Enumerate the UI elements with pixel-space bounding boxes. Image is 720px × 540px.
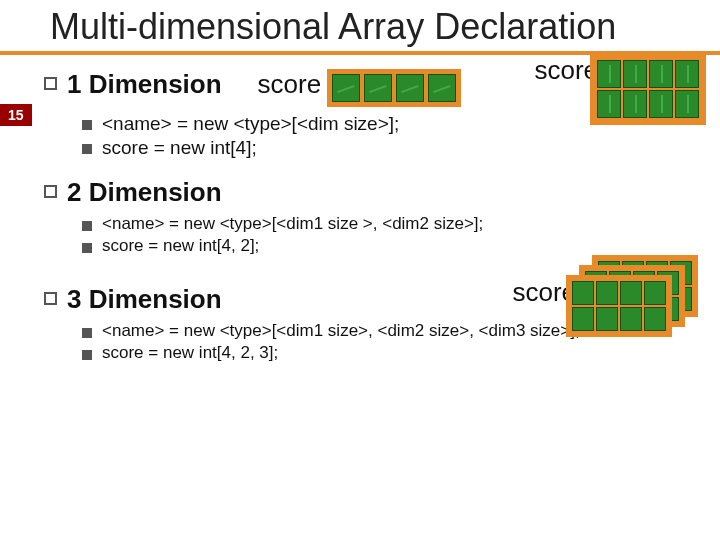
code-line: score = new int[4, 2]; (102, 236, 259, 256)
bullet-icon (82, 243, 92, 253)
slide-title: Multi-dimensional Array Declaration (0, 0, 720, 55)
code-line: <name> = new <type>[<dim size>]; (102, 113, 399, 135)
heading-2d: 2 Dimension (67, 177, 222, 208)
bullet-icon (44, 185, 57, 198)
bullet-icon (82, 221, 92, 231)
bullet-icon (44, 77, 57, 90)
array-1d-diagram (327, 69, 461, 107)
code-line: <name> = new <type>[<dim1 size >, <dim2 … (102, 214, 483, 234)
array-2d-diagram (590, 53, 706, 125)
bullet-icon (82, 120, 92, 130)
code-line: <name> = new <type>[<dim1 size>, <dim2 s… (102, 321, 580, 341)
bullet-icon (82, 144, 92, 154)
score-label-1d: score (258, 69, 322, 100)
section-2d: 2 Dimension (44, 177, 700, 208)
score-label-2d: score (534, 55, 598, 86)
content-area: score 1 Dimension score <name> = new <ty… (0, 55, 720, 363)
bullet-icon (82, 350, 92, 360)
code-line: score = new int[4]; (102, 137, 257, 159)
list-item: score = new int[4]; (82, 137, 700, 159)
heading-3d: 3 Dimension (67, 284, 222, 315)
array-3d-diagram (566, 255, 706, 375)
heading-1d: 1 Dimension (67, 69, 222, 100)
bullet-icon (44, 292, 57, 305)
code-line: score = new int[4, 2, 3]; (102, 343, 278, 363)
list-item: score = new int[4, 2]; (82, 236, 700, 256)
bullet-icon (82, 328, 92, 338)
list-item: <name> = new <type>[<dim1 size >, <dim2 … (82, 214, 700, 234)
